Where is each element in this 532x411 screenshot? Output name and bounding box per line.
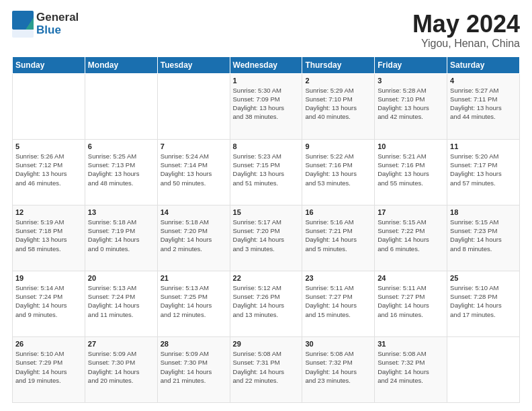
header: General Blue May 2024 Yigou, Henan, Chin… <box>12 11 520 50</box>
day-number: 12 <box>15 208 82 216</box>
logo-icon <box>12 11 34 38</box>
days-header-row: SundayMondayTuesdayWednesdayThursdayFrid… <box>13 56 520 73</box>
day-header-tuesday: Tuesday <box>157 56 230 73</box>
day-info: Sunrise: 5:11 AMSunset: 7:27 PMDaylight:… <box>305 283 371 319</box>
day-header-friday: Friday <box>375 56 447 73</box>
day-number: 29 <box>233 340 300 348</box>
logo-general: General <box>36 11 79 24</box>
day-number: 25 <box>450 274 517 282</box>
calendar-cell: 14Sunrise: 5:18 AMSunset: 7:20 PMDayligh… <box>157 205 230 271</box>
day-info: Sunrise: 5:22 AMSunset: 7:16 PMDaylight:… <box>305 152 371 187</box>
day-info: Sunrise: 5:13 AMSunset: 7:25 PMDaylight:… <box>161 283 227 319</box>
calendar-cell: 28Sunrise: 5:09 AMSunset: 7:30 PMDayligh… <box>157 336 230 402</box>
calendar-cell: 9Sunrise: 5:22 AMSunset: 7:16 PMDaylight… <box>302 139 375 205</box>
day-number: 23 <box>305 274 371 282</box>
day-info: Sunrise: 5:18 AMSunset: 7:20 PMDaylight:… <box>161 218 227 253</box>
calendar-cell: 15Sunrise: 5:17 AMSunset: 7:20 PMDayligh… <box>230 205 302 271</box>
day-number: 6 <box>88 142 154 150</box>
calendar-cell: 3Sunrise: 5:28 AMSunset: 7:10 PMDaylight… <box>375 73 447 139</box>
day-number: 13 <box>88 208 154 216</box>
day-header-sunday: Sunday <box>13 56 85 73</box>
calendar-cell: 22Sunrise: 5:12 AMSunset: 7:26 PMDayligh… <box>230 271 302 336</box>
calendar-cell: 30Sunrise: 5:08 AMSunset: 7:32 PMDayligh… <box>302 336 375 402</box>
calendar-cell: 5Sunrise: 5:26 AMSunset: 7:12 PMDaylight… <box>13 139 85 205</box>
day-info: Sunrise: 5:10 AMSunset: 7:29 PMDaylight:… <box>15 349 82 385</box>
day-info: Sunrise: 5:12 AMSunset: 7:26 PMDaylight:… <box>233 283 300 319</box>
day-info: Sunrise: 5:27 AMSunset: 7:11 PMDaylight:… <box>450 86 517 122</box>
day-number: 1 <box>233 77 300 85</box>
day-number: 24 <box>378 274 444 282</box>
day-number: 22 <box>233 274 300 282</box>
calendar-cell: 31Sunrise: 5:08 AMSunset: 7:32 PMDayligh… <box>375 336 447 402</box>
calendar-body: 1Sunrise: 5:30 AMSunset: 7:09 PMDaylight… <box>13 73 520 402</box>
calendar-cell: 27Sunrise: 5:09 AMSunset: 7:30 PMDayligh… <box>85 336 157 402</box>
calendar-cell: 11Sunrise: 5:20 AMSunset: 7:17 PMDayligh… <box>447 139 520 205</box>
calendar-cell: 16Sunrise: 5:16 AMSunset: 7:21 PMDayligh… <box>302 205 375 271</box>
calendar-cell: 6Sunrise: 5:25 AMSunset: 7:13 PMDaylight… <box>85 139 157 205</box>
day-number: 11 <box>450 142 517 150</box>
day-info: Sunrise: 5:15 AMSunset: 7:22 PMDaylight:… <box>378 218 444 253</box>
calendar-cell: 4Sunrise: 5:27 AMSunset: 7:11 PMDaylight… <box>447 73 520 139</box>
day-info: Sunrise: 5:08 AMSunset: 7:32 PMDaylight:… <box>305 349 371 385</box>
day-info: Sunrise: 5:18 AMSunset: 7:19 PMDaylight:… <box>88 218 154 253</box>
calendar-cell: 12Sunrise: 5:19 AMSunset: 7:18 PMDayligh… <box>13 205 85 271</box>
day-info: Sunrise: 5:17 AMSunset: 7:20 PMDaylight:… <box>233 218 300 253</box>
week-row-5: 26Sunrise: 5:10 AMSunset: 7:29 PMDayligh… <box>13 336 520 402</box>
day-info: Sunrise: 5:30 AMSunset: 7:09 PMDaylight:… <box>233 86 300 122</box>
calendar-cell: 21Sunrise: 5:13 AMSunset: 7:25 PMDayligh… <box>157 271 230 336</box>
calendar-cell <box>157 73 230 139</box>
day-number: 4 <box>450 77 517 85</box>
calendar-cell: 10Sunrise: 5:21 AMSunset: 7:16 PMDayligh… <box>375 139 447 205</box>
day-info: Sunrise: 5:09 AMSunset: 7:30 PMDaylight:… <box>161 349 227 385</box>
day-number: 2 <box>305 77 371 85</box>
day-number: 7 <box>161 142 227 150</box>
calendar-cell: 17Sunrise: 5:15 AMSunset: 7:22 PMDayligh… <box>375 205 447 271</box>
day-number: 17 <box>378 208 444 216</box>
day-header-thursday: Thursday <box>302 56 375 73</box>
day-info: Sunrise: 5:23 AMSunset: 7:15 PMDaylight:… <box>233 152 300 187</box>
day-header-saturday: Saturday <box>447 56 520 73</box>
day-number: 26 <box>15 340 82 348</box>
day-number: 19 <box>15 274 82 282</box>
calendar-cell: 19Sunrise: 5:14 AMSunset: 7:24 PMDayligh… <box>13 271 85 336</box>
calendar-header: SundayMondayTuesdayWednesdayThursdayFrid… <box>13 56 520 73</box>
location-title: Yigou, Henan, China <box>412 38 520 50</box>
day-number: 20 <box>88 274 154 282</box>
day-number: 16 <box>305 208 371 216</box>
week-row-4: 19Sunrise: 5:14 AMSunset: 7:24 PMDayligh… <box>13 271 520 336</box>
title-block: May 2024 Yigou, Henan, China <box>412 11 520 50</box>
day-number: 3 <box>378 77 444 85</box>
calendar-cell: 20Sunrise: 5:13 AMSunset: 7:24 PMDayligh… <box>85 271 157 336</box>
day-info: Sunrise: 5:16 AMSunset: 7:21 PMDaylight:… <box>305 218 371 253</box>
week-row-3: 12Sunrise: 5:19 AMSunset: 7:18 PMDayligh… <box>13 205 520 271</box>
calendar-cell: 1Sunrise: 5:30 AMSunset: 7:09 PMDaylight… <box>230 73 302 139</box>
calendar-cell: 25Sunrise: 5:10 AMSunset: 7:28 PMDayligh… <box>447 271 520 336</box>
calendar-cell <box>85 73 157 139</box>
calendar-cell: 23Sunrise: 5:11 AMSunset: 7:27 PMDayligh… <box>302 271 375 336</box>
day-info: Sunrise: 5:11 AMSunset: 7:27 PMDaylight:… <box>378 283 444 319</box>
day-info: Sunrise: 5:29 AMSunset: 7:10 PMDaylight:… <box>305 86 371 122</box>
calendar-cell: 24Sunrise: 5:11 AMSunset: 7:27 PMDayligh… <box>375 271 447 336</box>
day-number: 10 <box>378 142 444 150</box>
month-title: May 2024 <box>412 11 520 38</box>
calendar-cell: 8Sunrise: 5:23 AMSunset: 7:15 PMDaylight… <box>230 139 302 205</box>
calendar-cell: 26Sunrise: 5:10 AMSunset: 7:29 PMDayligh… <box>13 336 85 402</box>
day-info: Sunrise: 5:26 AMSunset: 7:12 PMDaylight:… <box>15 152 82 187</box>
day-number: 9 <box>305 142 371 150</box>
calendar-cell <box>13 73 85 139</box>
day-info: Sunrise: 5:08 AMSunset: 7:31 PMDaylight:… <box>233 349 300 385</box>
day-number: 28 <box>161 340 227 348</box>
svg-rect-1 <box>12 30 34 38</box>
logo-text: General Blue <box>36 11 79 36</box>
calendar-cell: 2Sunrise: 5:29 AMSunset: 7:10 PMDaylight… <box>302 73 375 139</box>
day-info: Sunrise: 5:19 AMSunset: 7:18 PMDaylight:… <box>15 218 82 253</box>
calendar-cell <box>447 336 520 402</box>
calendar-cell: 13Sunrise: 5:18 AMSunset: 7:19 PMDayligh… <box>85 205 157 271</box>
day-info: Sunrise: 5:21 AMSunset: 7:16 PMDaylight:… <box>378 152 444 187</box>
day-info: Sunrise: 5:08 AMSunset: 7:32 PMDaylight:… <box>378 349 444 385</box>
day-header-monday: Monday <box>85 56 157 73</box>
day-number: 30 <box>305 340 371 348</box>
logo: General Blue <box>12 11 79 38</box>
day-info: Sunrise: 5:15 AMSunset: 7:23 PMDaylight:… <box>450 218 517 253</box>
day-number: 27 <box>88 340 154 348</box>
